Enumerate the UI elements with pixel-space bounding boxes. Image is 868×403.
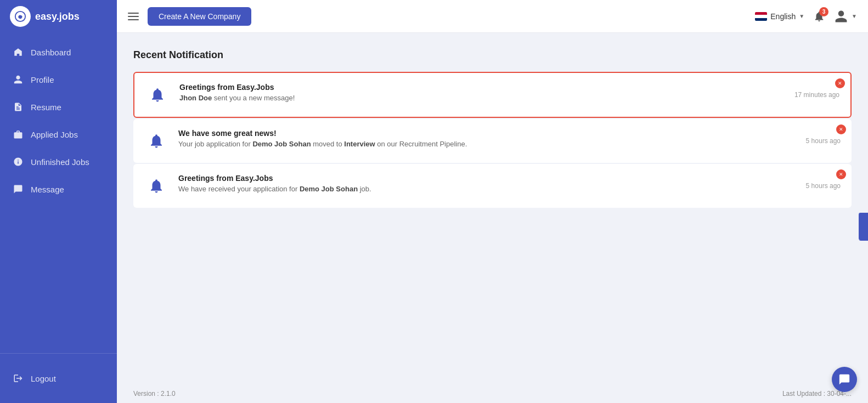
delete-button-3[interactable] xyxy=(836,169,846,179)
hamburger-button[interactable] xyxy=(128,13,139,20)
notification-body-2: Your job application for Demo Job Sohan … xyxy=(178,140,785,148)
sidebar-divider xyxy=(0,353,117,354)
header-right: English ▼ 3 ▼ xyxy=(755,9,857,24)
notification-title-1: Greetings from Easy.Jobs xyxy=(179,83,774,92)
sidebar-item-label: Message xyxy=(31,185,64,194)
user-button[interactable]: ▼ xyxy=(834,9,857,24)
logout-icon xyxy=(13,373,23,383)
logo-icon xyxy=(10,6,31,27)
chevron-down-icon: ▼ xyxy=(799,13,804,19)
bell-icon-wrap-2 xyxy=(144,129,168,153)
sidebar-item-unfinished-jobs[interactable]: Unfinished Jobs xyxy=(0,148,117,175)
notification-badge: 3 xyxy=(819,7,828,16)
sidebar-item-profile[interactable]: Profile xyxy=(0,66,117,93)
sidebar-item-message[interactable]: Message xyxy=(0,175,117,203)
delete-button-2[interactable] xyxy=(836,124,846,134)
notification-bell-icon-3 xyxy=(148,178,165,194)
language-selector[interactable]: English ▼ xyxy=(755,12,804,21)
notification-content-3: Greetings from Easy.Jobs We have receive… xyxy=(178,174,785,193)
notification-content-1: Greetings from Easy.Jobs Jhon Doe sent y… xyxy=(179,83,774,102)
person-icon xyxy=(13,75,23,84)
sidebar-item-applied-jobs[interactable]: Applied Jobs xyxy=(0,121,117,148)
sidebar-item-label: Applied Jobs xyxy=(31,130,78,139)
notification-time-2: 5 hours ago xyxy=(795,137,841,145)
feedback-tab[interactable]: Feedback xyxy=(859,212,868,240)
notification-item-2[interactable]: We have some great news! Your job applic… xyxy=(133,119,852,163)
sidebar-item-dashboard[interactable]: Dashboard xyxy=(0,38,117,66)
notification-body-3: We have received your application for De… xyxy=(178,185,785,193)
message-icon xyxy=(13,184,23,194)
create-company-button[interactable]: Create A New Company xyxy=(148,7,251,26)
sidebar-item-label: Resume xyxy=(31,103,61,112)
app-name: easy.jobs xyxy=(35,11,80,22)
content-area: Recent Notification Greetings from Easy.… xyxy=(117,33,868,384)
resume-icon xyxy=(13,102,23,112)
page-title: Recent Notification xyxy=(133,49,852,61)
sidebar-logo: easy.jobs xyxy=(0,0,117,33)
bell-icon-wrap-3 xyxy=(144,174,168,198)
notification-item-3[interactable]: Greetings from Easy.Jobs We have receive… xyxy=(133,164,852,208)
notification-time-3: 5 hours ago xyxy=(795,182,841,190)
delete-button-1[interactable] xyxy=(835,78,845,88)
main-area: Create A New Company English ▼ 3 ▼ Recen… xyxy=(117,0,868,403)
notification-title-3: Greetings from Easy.Jobs xyxy=(178,174,785,183)
home-icon xyxy=(13,47,23,57)
flag-icon xyxy=(755,12,767,21)
sidebar-nav: Dashboard Profile Resume Applied Jobs Un… xyxy=(0,33,117,351)
briefcase-icon xyxy=(13,129,23,139)
sidebar: easy.jobs Dashboard Profile Resume Appli… xyxy=(0,0,117,403)
chat-icon xyxy=(838,373,850,385)
bell-icon-wrap xyxy=(145,83,170,107)
notification-time-1: 17 minutes ago xyxy=(784,91,839,99)
header: Create A New Company English ▼ 3 ▼ xyxy=(117,0,868,33)
notification-item-1[interactable]: Greetings from Easy.Jobs Jhon Doe sent y… xyxy=(133,72,852,118)
notification-button[interactable]: 3 xyxy=(813,10,825,22)
sidebar-item-label: Unfinished Jobs xyxy=(31,157,89,167)
notification-bell-icon-2 xyxy=(148,133,165,149)
notification-content-2: We have some great news! Your job applic… xyxy=(178,129,785,148)
notification-body-1: Jhon Doe sent you a new message! xyxy=(179,94,774,102)
version-label: Version : 2.1.0 xyxy=(133,390,176,398)
sidebar-item-label: Dashboard xyxy=(31,48,71,57)
user-chevron-icon: ▼ xyxy=(852,13,857,19)
sidebar-item-logout[interactable]: Logout xyxy=(13,365,104,392)
sidebar-bottom: Logout xyxy=(0,356,117,403)
notification-title-2: We have some great news! xyxy=(178,129,785,138)
sidebar-item-label: Profile xyxy=(31,75,54,84)
clock-icon xyxy=(13,157,23,167)
language-label: English xyxy=(770,12,796,21)
logout-label: Logout xyxy=(31,374,56,383)
sidebar-item-resume[interactable]: Resume xyxy=(0,93,117,121)
notification-bell-icon xyxy=(149,87,166,103)
chat-button[interactable] xyxy=(832,367,857,392)
footer: Version : 2.1.0 Last Updated : 30-04-... xyxy=(117,384,868,403)
user-icon xyxy=(834,9,848,24)
